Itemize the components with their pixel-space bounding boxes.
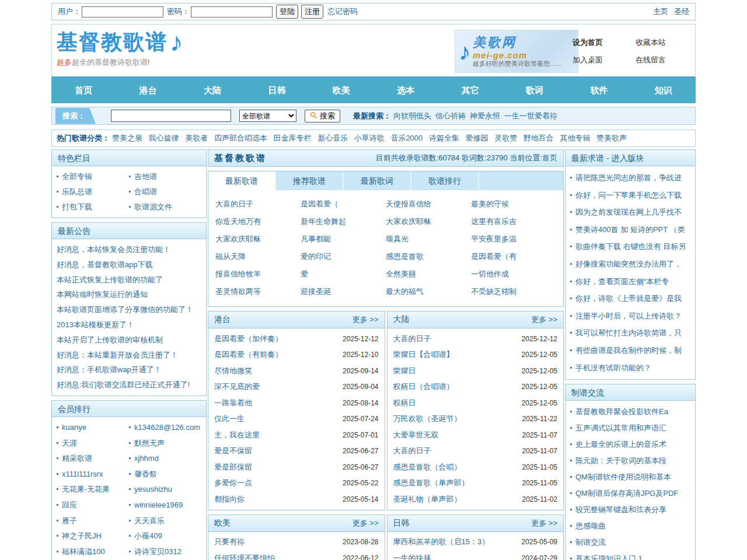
request-link[interactable]: 注册半小时后，可以上传诗歌？: [575, 312, 682, 320]
more-link[interactable]: 更多 >>: [531, 314, 557, 325]
song-link[interactable]: 只要有祢: [214, 537, 245, 547]
song-link[interactable]: 大家欢庆耶稣: [386, 213, 471, 230]
member-link[interactable]: 诗诗宝贝0312: [134, 547, 181, 556]
breadcrumb-home-link[interactable]: 首页: [542, 153, 557, 162]
song-link[interactable]: 你造天地万有: [215, 213, 301, 230]
request-link[interactable]: 有些曲谱是我在制作的时候，制: [575, 346, 682, 355]
register-button[interactable]: 注册: [301, 5, 323, 19]
notation-link[interactable]: 陈元勋：关于歌词的基本段: [575, 456, 666, 465]
bible-link[interactable]: 圣经: [674, 6, 689, 17]
notation-link[interactable]: QM制谱软件使用说明和基本: [575, 473, 671, 481]
announcement-link[interactable]: 好消息：手机歌谱wap开通了！: [57, 365, 162, 374]
nav-item[interactable]: 软件: [567, 78, 631, 103]
member-link[interactable]: 默然无声: [134, 439, 165, 447]
notation-link[interactable]: 恩感颂曲: [575, 522, 606, 530]
notation-link[interactable]: 基督教敬拜聚会投影软件Ea: [575, 407, 668, 416]
request-link[interactable]: 你好，查看页面左侧“本栏专: [575, 277, 669, 286]
hot-category-link[interactable]: 赞美之泉: [112, 134, 142, 142]
hot-category-link[interactable]: 我心旋律: [149, 134, 179, 142]
hot-category-link[interactable]: 新心音乐: [317, 134, 348, 142]
request-link[interactable]: 我可以帮忙打主内诗歌简谱，只: [575, 328, 682, 337]
hot-category-link[interactable]: 野地百合: [523, 134, 554, 142]
hot-category-link[interactable]: 小草诗歌: [354, 134, 385, 142]
song-link[interactable]: 不受缺乏辖制: [471, 283, 556, 300]
announcement-link[interactable]: 好消息，基督教歌谱app下载: [57, 260, 153, 269]
hot-category-link[interactable]: 美歌者: [185, 134, 208, 142]
logo[interactable]: 基督教歌谱 ♪ 超多超全的基督教诗歌歌谱!: [57, 30, 183, 68]
featured-link[interactable]: 合唱谱: [134, 187, 157, 196]
member-link[interactable]: 无花果-无花果: [62, 485, 110, 494]
member-link[interactable]: 神之子民JH: [62, 531, 102, 540]
request-link[interactable]: 赞美诗400首 加 短诗的PPT （类: [575, 225, 685, 234]
song-link[interactable]: 多爱你一点: [214, 478, 252, 488]
song-link[interactable]: 感恩是首歌（单声部）: [393, 478, 469, 488]
hot-category-link[interactable]: 田金库专栏: [274, 134, 312, 142]
announcement-link[interactable]: 本网站临时恢复运行的通知: [57, 290, 148, 299]
member-link[interactable]: 福杯满溢100: [62, 547, 105, 556]
song-link[interactable]: 爱是不保留: [214, 446, 252, 456]
song-link[interactable]: 一切他作成: [471, 265, 556, 283]
more-link[interactable]: 更多 >>: [352, 314, 379, 325]
request-link[interactable]: 歌曲伴奏下载 右键也没有 目标另: [575, 242, 686, 251]
song-link[interactable]: 大喜的日子: [215, 195, 301, 213]
tab-score-ranking[interactable]: 歌谱排行: [411, 172, 479, 190]
song-link[interactable]: 权柄日（合唱谱）: [393, 382, 454, 392]
song-link[interactable]: 大喜的日子: [393, 334, 431, 344]
announcement-link[interactable]: 2013本站模板更新了！: [57, 320, 134, 329]
featured-link[interactable]: 歌谱源文件: [134, 202, 172, 211]
hot-category-link[interactable]: 灵歌赞: [494, 134, 517, 142]
song-link[interactable]: 一生的抉择: [393, 553, 431, 560]
song-link[interactable]: 爱的印记: [301, 248, 386, 265]
hot-category-link[interactable]: 其他专辑: [560, 134, 590, 142]
song-link[interactable]: 摩西和羔羊的歌（启15：3）: [393, 537, 490, 547]
song-link[interactable]: 主，我在这里: [214, 430, 260, 440]
song-link[interactable]: 最大的福气: [386, 283, 471, 300]
announcement-link[interactable]: 本站正式恢复上传歌谱的功能了: [57, 275, 163, 284]
login-button[interactable]: 登陆: [276, 5, 298, 19]
song-link[interactable]: 圣诞礼物（单声部）: [393, 494, 462, 505]
nav-item[interactable]: 港台: [116, 78, 180, 103]
announcement-link[interactable]: 本站歌谱页面增添了分享微信的功能了！: [57, 305, 193, 314]
user-input[interactable]: [82, 6, 163, 18]
song-link[interactable]: 仅此一生: [214, 414, 245, 424]
featured-link[interactable]: 打包下载: [62, 202, 92, 211]
song-link[interactable]: 权柄日: [393, 398, 416, 408]
song-link[interactable]: 荣耀日: [393, 366, 416, 376]
member-link[interactable]: winnielee1969: [134, 501, 183, 509]
featured-link[interactable]: 吉他谱: [134, 172, 157, 181]
notation-link[interactable]: 五声调式以其常用和声语汇: [575, 424, 666, 432]
song-link[interactable]: 万民欢歌（圣诞节）: [393, 414, 462, 424]
online-message-link[interactable]: 在线留言: [636, 55, 688, 65]
home-link[interactable]: 主页: [653, 6, 668, 17]
member-link[interactable]: 馨香祭: [134, 470, 157, 478]
notation-link[interactable]: QM制谱后保存高清JPG及PDF: [575, 489, 678, 498]
song-link[interactable]: 是因着爱（加伴奏）: [214, 334, 282, 344]
song-link[interactable]: 颂真光: [386, 230, 471, 248]
meige-banner[interactable]: ♪ 美歌网 mei-ge.com 超多好听的赞美诗歌等着您……: [455, 30, 578, 73]
hot-category-link[interactable]: 赞美歌声: [596, 134, 627, 142]
song-link[interactable]: 最美的守候: [471, 195, 556, 213]
song-link[interactable]: 感恩是首歌: [386, 248, 471, 265]
song-link[interactable]: 平安夜里多温: [471, 230, 556, 248]
song-link[interactable]: 一路靠着他: [214, 398, 252, 408]
request-link[interactable]: 好像搜索功能突然没办法用了，: [575, 260, 682, 268]
set-homepage-link[interactable]: 设为首页: [573, 37, 625, 48]
nav-item[interactable]: 歌词: [502, 78, 567, 103]
song-link[interactable]: 圣灵情欲两等: [215, 283, 301, 300]
song-link[interactable]: 福从天降: [215, 248, 301, 265]
member-link[interactable]: k134628@126.com: [134, 423, 200, 432]
song-link[interactable]: 是因着爱（: [301, 195, 386, 213]
password-input[interactable]: [191, 6, 273, 18]
tab-recommended-scores[interactable]: 推荐歌谱: [276, 172, 344, 190]
notation-link[interactable]: 制谱交流: [575, 538, 606, 547]
nav-item[interactable]: 大陆: [180, 78, 245, 103]
announcement-link[interactable]: 本站开启了上传歌谱的审核机制: [57, 335, 163, 344]
nav-item[interactable]: 知识: [631, 78, 696, 103]
request-link[interactable]: 因为之前发现现在网上几乎找不: [575, 208, 682, 216]
song-link[interactable]: 是因着爱（有前奏）: [214, 349, 282, 360]
tab-latest-lyrics[interactable]: 最新歌词: [344, 172, 411, 190]
song-link[interactable]: 荣耀日【合唱谱】: [393, 349, 454, 360]
nav-item[interactable]: 其它: [438, 78, 502, 103]
song-link[interactable]: 迎接圣诞: [301, 283, 386, 300]
member-link[interactable]: x111l111rsrx: [62, 470, 103, 478]
